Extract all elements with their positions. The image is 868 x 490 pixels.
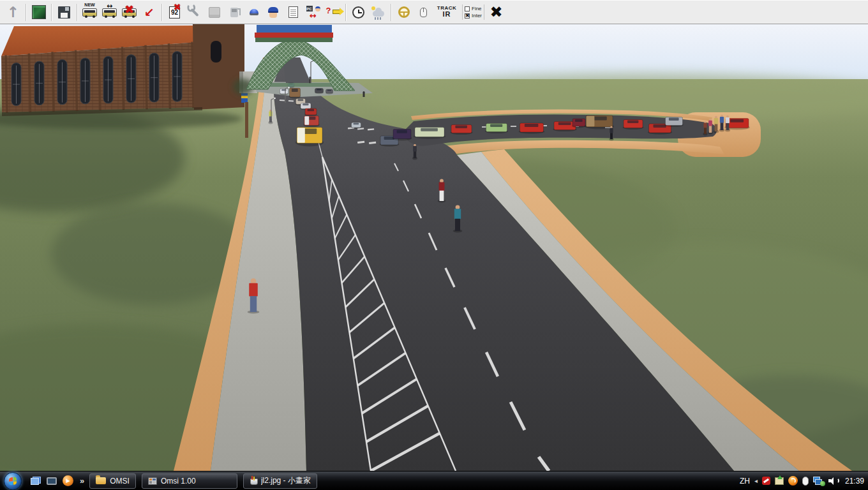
sign-yellow-band (241, 96, 248, 98)
vehicle (519, 123, 545, 134)
church-tower (193, 24, 244, 110)
quick-launch: ▶ (31, 475, 73, 486)
taskbar-button-label: jl2.jpg - 小畫家 (261, 475, 311, 486)
tray-collapse-chevron[interactable]: ◂ (754, 477, 758, 484)
taskbar-button-label: Omsi 1.00 (161, 477, 196, 486)
vehicle (315, 89, 324, 94)
view-options-group: Fine Inter (462, 4, 484, 20)
fuel-pump-icon (230, 8, 238, 17)
checkbox-inter-label: Inter (472, 13, 482, 19)
ai-traffic-toggle-button[interactable]: 92 ✖ (165, 3, 184, 22)
time-settings-button[interactable] (348, 3, 368, 22)
network-icon[interactable] (813, 477, 824, 485)
vehicle (280, 89, 288, 95)
vehicle (485, 124, 508, 134)
tree-trunk (245, 102, 248, 138)
network-globe-icon (820, 481, 825, 486)
up-arrow-icon: ↑ (7, 5, 19, 20)
vehicle (296, 128, 324, 147)
route-help-button[interactable]: ? (323, 3, 343, 22)
bus-icon (102, 8, 117, 17)
vehicle (450, 125, 472, 135)
checkbox-inter[interactable] (465, 13, 470, 19)
vehicle (664, 117, 684, 128)
clock-icon (352, 6, 364, 19)
taskbar-button-omsi-app[interactable]: Omsi 1.00 (142, 473, 237, 489)
new-label: NEW (80, 3, 100, 7)
toolbar-separator (161, 4, 162, 21)
vehicle (623, 120, 644, 130)
vehicle (326, 89, 333, 94)
emergency-button[interactable] (244, 3, 264, 22)
gray-block-icon (209, 7, 220, 18)
vehicle (303, 116, 319, 128)
show-desktop-icon[interactable] (47, 477, 57, 485)
tray-orange-app-icon[interactable] (788, 476, 798, 486)
toolbar-separator (391, 4, 391, 21)
tower-blue-band (257, 25, 332, 33)
checkbox-fine[interactable] (465, 6, 470, 11)
repair-button[interactable] (184, 3, 204, 22)
new-bus-button[interactable]: NEW (80, 3, 100, 22)
weather-cloud-icon (373, 11, 384, 17)
trackir-button[interactable]: TRACK IR (433, 3, 460, 22)
close-x-icon: ✖ (490, 4, 502, 20)
checkbox-row-fine[interactable]: Fine (465, 6, 482, 11)
weather-settings-button[interactable] (368, 3, 388, 22)
language-indicator[interactable]: ZH (740, 477, 750, 486)
select-object-button[interactable]: ↙ (139, 3, 159, 22)
steering-wheel-icon (398, 6, 410, 18)
question-mark: ? (326, 6, 331, 15)
scene-3d-viewport[interactable] (0, 24, 868, 471)
disabled-tool-button[interactable] (204, 3, 224, 22)
taskbar-button-label: OMSI (110, 477, 130, 486)
quicklaunch-overflow-chevron[interactable]: » (80, 476, 84, 486)
seat-swap-button[interactable]: PC ↔ (303, 3, 323, 22)
timetable-button[interactable] (283, 3, 303, 22)
pc-swap-icon: PC ↔ (306, 6, 321, 19)
tray-update-icon[interactable] (775, 477, 784, 485)
volume-icon[interactable] (828, 477, 839, 485)
move-bus-button[interactable]: ↔ (100, 3, 119, 22)
ticket-control-button[interactable] (264, 3, 283, 22)
switch-windows-icon[interactable] (31, 477, 41, 485)
vehicle (351, 122, 362, 129)
app-window-icon (148, 477, 157, 485)
police-beacon-icon (250, 9, 258, 15)
delete-bus-button[interactable]: ✖ (119, 3, 139, 22)
trackir-label: TRACK IR (437, 6, 457, 19)
vehicle (572, 119, 586, 128)
close-editor-button[interactable]: ✖ (486, 3, 506, 22)
pedestrian (363, 91, 365, 97)
tray-mouse-icon[interactable] (802, 477, 809, 486)
police-officer-icon (268, 7, 279, 18)
desktop-screen: ↑ NEW ↔ ✖ ↙ 92 ✖ PC (0, 0, 868, 490)
system-tray: ZH ◂ 21:39 (740, 476, 864, 486)
mouse-input-button[interactable] (414, 3, 433, 22)
start-button[interactable] (4, 472, 22, 490)
wrench-icon (190, 8, 198, 16)
rain-icon (375, 17, 382, 20)
checkbox-fine-label: Fine (472, 6, 482, 11)
save-button[interactable] (54, 3, 74, 22)
mouse-icon (420, 8, 427, 17)
refuel-button[interactable] (224, 3, 244, 22)
vehicle (289, 88, 301, 99)
vehicle (304, 108, 317, 116)
floppy-disk-icon (58, 6, 70, 19)
taskbar-button-omsi-folder[interactable]: OMSI (89, 473, 136, 489)
windows-flag-icon (9, 477, 17, 486)
toolbar-separator (26, 4, 26, 21)
map-view-button[interactable] (29, 3, 49, 22)
swap-arrows: ↔ (306, 11, 321, 20)
taskbar-button-paint[interactable]: jl2.jpg - 小畫家 (243, 473, 317, 489)
tray-red-app-icon[interactable] (762, 477, 770, 485)
toolbar-separator (77, 4, 77, 21)
steering-input-button[interactable] (394, 3, 414, 22)
church-tower-window (211, 41, 221, 63)
checkbox-row-inter[interactable]: Inter (465, 13, 482, 19)
windows-taskbar: ▶ » OMSI Omsi 1.00 jl2.jpg - 小畫家 ZH ◂ 21… (0, 471, 868, 490)
back-up-button[interactable]: ↑ (3, 3, 23, 22)
media-player-icon[interactable]: ▶ (63, 475, 73, 486)
folder-icon (96, 477, 106, 484)
